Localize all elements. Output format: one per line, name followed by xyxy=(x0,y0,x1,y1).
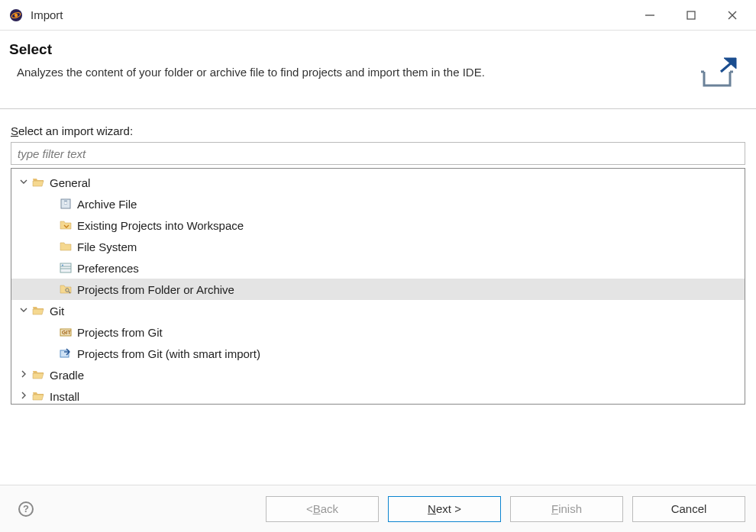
folder-search-icon xyxy=(59,282,73,296)
svg-line-7 xyxy=(721,63,732,72)
folder-open-icon xyxy=(31,389,45,403)
finish-button[interactable]: Finish xyxy=(510,496,623,522)
svg-text:GIT: GIT xyxy=(62,330,71,335)
folder-open-icon xyxy=(31,176,45,189)
tree-item[interactable]: File System xyxy=(11,236,745,257)
folder-open-icon xyxy=(31,368,45,382)
svg-rect-4 xyxy=(687,11,695,19)
minimize-button[interactable] xyxy=(643,8,657,22)
eclipse-logo-icon xyxy=(9,8,23,22)
tree-item-label: Preferences xyxy=(77,262,139,275)
git-import-icon xyxy=(59,347,73,360)
next-button[interactable]: Next > xyxy=(388,496,501,522)
tree-item[interactable]: Existing Projects into Workspace xyxy=(11,214,745,236)
tree-category[interactable]: Git xyxy=(11,300,745,321)
tree-category-label: Install xyxy=(50,390,79,403)
folder-open-icon xyxy=(31,304,45,318)
select-wizard-label: Select an import wizard: xyxy=(11,124,745,137)
tree-item[interactable]: GITProjects from Git xyxy=(11,321,745,343)
svg-point-2 xyxy=(15,13,18,16)
archive-icon xyxy=(59,197,73,211)
chevron-right-icon[interactable] xyxy=(16,370,31,379)
tree-item[interactable]: Archive File xyxy=(11,193,745,214)
wizard-content: Select an import wizard: GeneralArchive … xyxy=(0,109,756,405)
filter-input[interactable] xyxy=(11,142,745,165)
tree-item-label: Projects from Folder or Archive xyxy=(77,283,234,296)
tree-item[interactable]: Projects from Folder or Archive xyxy=(11,279,745,300)
svg-point-14 xyxy=(62,265,63,266)
tree-item[interactable]: Projects from Git (with smart import) xyxy=(11,343,745,364)
wizard-header: Select Analyzes the content of your fold… xyxy=(0,31,756,109)
tree-item-label: Projects from Git (with smart import) xyxy=(77,347,260,360)
titlebar: Import xyxy=(0,0,756,31)
back-button[interactable]: < Back xyxy=(266,496,379,522)
prefs-icon xyxy=(59,261,73,275)
svg-rect-11 xyxy=(60,263,71,272)
header-description: Analyzes the content of your folder or a… xyxy=(9,66,485,79)
chevron-down-icon[interactable] xyxy=(16,306,31,315)
close-button[interactable] xyxy=(725,8,739,22)
wizard-tree[interactable]: GeneralArchive FileExisting Projects int… xyxy=(11,168,745,405)
tree-category-label: Gradle xyxy=(50,369,84,382)
tree-category[interactable]: Install xyxy=(11,385,745,405)
chevron-right-icon[interactable] xyxy=(16,392,31,401)
tree-item[interactable]: Preferences xyxy=(11,257,745,279)
tree-category-label: Git xyxy=(50,305,64,318)
help-button[interactable]: ? xyxy=(18,501,34,517)
button-bar: ? < Back Next > Finish Cancel xyxy=(0,485,756,532)
chevron-down-icon[interactable] xyxy=(16,178,31,187)
tree-item-label: Archive File xyxy=(77,198,137,211)
svg-rect-10 xyxy=(65,202,67,204)
tree-item-label: Existing Projects into Workspace xyxy=(77,219,244,232)
import-banner-icon xyxy=(701,55,739,92)
tree-category-label: General xyxy=(50,176,90,189)
tree-category[interactable]: Gradle xyxy=(11,364,745,385)
tree-item-label: Projects from Git xyxy=(77,326,163,339)
folder-arrow-icon xyxy=(59,218,73,232)
folder-icon xyxy=(59,240,73,253)
window-controls xyxy=(643,8,739,22)
window-title: Import xyxy=(31,8,643,21)
tree-category[interactable]: General xyxy=(11,172,745,193)
git-icon: GIT xyxy=(59,325,73,339)
tree-item-label: File System xyxy=(77,240,137,253)
header-title: Select xyxy=(9,41,485,58)
cancel-button[interactable]: Cancel xyxy=(632,496,745,522)
maximize-button[interactable] xyxy=(684,8,698,22)
